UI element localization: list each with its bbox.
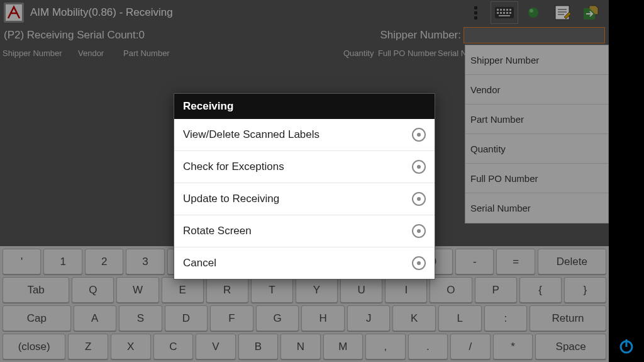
receiving-dialog: Receiving View/Delete Scanned Labels Che…	[174, 93, 435, 280]
dialog-option-label: Rotate Screen	[183, 225, 252, 237]
app-screen: AIM Mobility(0.86) - Receiving (P2) Rece…	[0, 0, 609, 362]
dialog-option-label: Check for Exceptions	[183, 161, 284, 173]
dialog-option-label: Update to Receiving	[183, 193, 279, 205]
dialog-option-rotate[interactable]: Rotate Screen	[174, 215, 435, 247]
dialog-option-label: View/Delete Scanned Labels	[183, 128, 319, 141]
system-nav-bar	[609, 0, 644, 362]
power-icon[interactable]	[616, 336, 636, 356]
dialog-option-view-delete[interactable]: View/Delete Scanned Labels	[174, 119, 435, 151]
dialog-title: Receiving	[174, 94, 435, 119]
radio-icon	[412, 224, 426, 238]
radio-icon	[412, 160, 426, 174]
dialog-option-update-receiving[interactable]: Update to Receiving	[174, 183, 435, 215]
dialog-option-cancel[interactable]: Cancel	[174, 247, 435, 279]
radio-icon	[412, 256, 426, 270]
dialog-option-check-exceptions[interactable]: Check for Exceptions	[174, 151, 435, 183]
dialog-option-label: Cancel	[183, 257, 216, 269]
radio-icon	[412, 128, 426, 142]
radio-icon	[412, 192, 426, 206]
